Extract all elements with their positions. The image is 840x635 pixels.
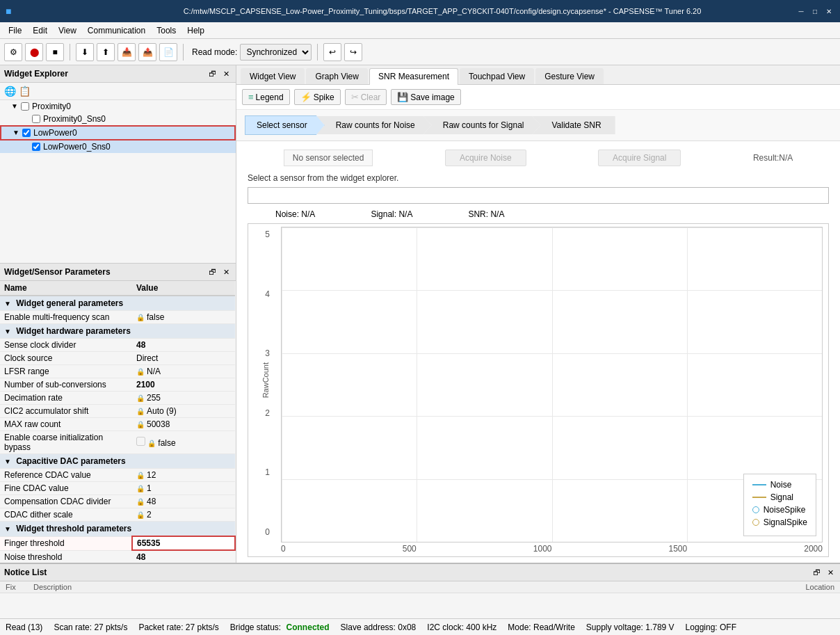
- param-value[interactable]: 2100: [132, 378, 235, 392]
- tree-icon-1[interactable]: 🌐: [4, 86, 16, 97]
- param-row-finger-threshold[interactable]: Finger threshold 65535: [0, 536, 235, 550]
- legend-signalspike: SignalSpike: [752, 517, 807, 527]
- undo-button[interactable]: ↩: [323, 43, 341, 61]
- result-label: Result:N/A: [753, 153, 793, 163]
- tree-item-lowpower0[interactable]: ▼ LowPower0: [0, 125, 236, 140]
- notice-restore-button[interactable]: 🗗: [811, 567, 822, 578]
- redo-button[interactable]: ↪: [344, 43, 362, 61]
- param-row: Decimation rate 🔒255: [0, 392, 235, 405]
- toolbar-separator-3: [317, 44, 318, 61]
- spike-icon: ⚡: [300, 92, 312, 102]
- param-value: 🔒1: [132, 482, 235, 495]
- param-name: Number of sub-conversions: [0, 378, 132, 392]
- read-mode-label: Read mode:: [192, 47, 237, 57]
- statusbar: Read (13) Scan rate: 27 pkts/s Packet ra…: [0, 618, 840, 635]
- menu-help[interactable]: Help: [181, 24, 210, 37]
- label-lowpower0: LowPower0: [33, 128, 77, 138]
- legend-noisespike-dot: [752, 506, 759, 513]
- toolbar-separator-1: [70, 44, 70, 61]
- legend-icon: ≡: [248, 92, 254, 102]
- tree-item-lowpower0-sns0[interactable]: ▶ LowPower0_Sns0: [0, 140, 236, 153]
- tab-graph-view[interactable]: Graph View: [306, 68, 367, 84]
- param-value: 🔒50038: [132, 418, 235, 431]
- menu-edit[interactable]: Edit: [27, 24, 53, 37]
- param-row: Fine CDAC value 🔒1: [0, 482, 235, 495]
- param-value[interactable]: 48: [132, 550, 235, 563]
- param-name: Reference CDAC value: [0, 469, 132, 482]
- params-table: Name Value ▼ Widget general parameters E…: [0, 281, 236, 563]
- param-name: Clock source: [0, 352, 132, 365]
- param-name: CIC2 accumulator shift: [0, 405, 132, 418]
- signal-stat: Signal: N/A: [371, 209, 412, 219]
- param-row: Noise threshold 48: [0, 550, 235, 563]
- acquire-noise-button[interactable]: Acquire Noise: [445, 150, 526, 166]
- finger-threshold-value[interactable]: 65535: [132, 536, 235, 550]
- x-label-1500: 1500: [669, 544, 688, 554]
- tab-touchpad-view[interactable]: Touchpad View: [460, 68, 534, 84]
- expand-proximity0[interactable]: ▼: [11, 102, 19, 111]
- checkbox-proximity0-sns0[interactable]: [32, 115, 40, 123]
- step-raw-noise[interactable]: Raw counts for Noise: [316, 116, 432, 134]
- checkbox-proximity0[interactable]: [21, 102, 29, 111]
- stop-square-button[interactable]: ■: [46, 43, 64, 61]
- step-select-sensor[interactable]: Select sensor: [245, 115, 325, 135]
- doc-button[interactable]: 📄: [159, 43, 177, 61]
- clear-button[interactable]: ✂ Clear: [345, 89, 387, 105]
- titlebar: ■ C:/mtw/MSCLP_CAPSENSE_Low-Power_Proxim…: [0, 0, 840, 22]
- settings-button[interactable]: ⚙: [4, 43, 22, 61]
- chart-container: 5 4 3 2 1 0 RawCount: [248, 223, 829, 557]
- section-general: ▼ Widget general parameters: [0, 296, 235, 311]
- notice-title: Notice List: [4, 568, 47, 577]
- stop-button[interactable]: ⬤: [25, 43, 43, 61]
- sensor-select[interactable]: [248, 187, 829, 204]
- bridge-status-value: Connected: [286, 622, 330, 632]
- close-panel-button[interactable]: ✕: [220, 68, 232, 79]
- spike-button[interactable]: ⚡ Spike: [294, 89, 341, 105]
- step-validate-snr[interactable]: Validate SNR: [532, 116, 615, 134]
- download-button[interactable]: ⬇: [76, 43, 94, 61]
- menu-view[interactable]: View: [53, 24, 82, 37]
- params-restore-button[interactable]: 🗗: [207, 266, 218, 278]
- x-axis: 0 500 1000 1500 2000: [273, 542, 828, 556]
- param-value[interactable]: 48: [132, 339, 235, 352]
- tab-widget-view[interactable]: Widget View: [241, 68, 305, 84]
- tree-item-proximity0[interactable]: ▼ Proximity0: [0, 100, 236, 113]
- import-button[interactable]: 📥: [118, 43, 136, 61]
- param-row: CIC2 accumulator shift 🔒Auto (9): [0, 405, 235, 418]
- legend-signal-line: [752, 497, 766, 498]
- grid-vline-1: [417, 227, 417, 542]
- close-button[interactable]: ✕: [823, 6, 834, 17]
- notice-close-button[interactable]: ✕: [825, 567, 836, 578]
- read-mode-select[interactable]: Synchronized: [240, 44, 312, 61]
- upload-button[interactable]: ⬆: [97, 43, 115, 61]
- tree-icon-2[interactable]: 📋: [19, 86, 31, 97]
- grid-vline-3: [687, 227, 688, 542]
- expand-lowpower0[interactable]: ▼: [13, 129, 21, 137]
- checkbox-lowpower0[interactable]: [22, 129, 31, 137]
- tab-snr-measurement[interactable]: SNR Measurement: [369, 68, 458, 85]
- step-raw-signal[interactable]: Raw counts for Signal: [423, 116, 541, 134]
- params-title: Widget/Sensor Parameters: [4, 267, 111, 277]
- maximize-button[interactable]: □: [809, 6, 821, 17]
- x-label-1000: 1000: [533, 544, 552, 554]
- menu-tools[interactable]: Tools: [151, 24, 181, 37]
- save-image-button[interactable]: 💾 Save image: [391, 89, 460, 105]
- params-close-button[interactable]: ✕: [220, 266, 232, 278]
- acquire-signal-button[interactable]: Acquire Signal: [598, 150, 681, 166]
- menu-file[interactable]: File: [3, 24, 27, 37]
- menubar: File Edit View Communication Tools Help: [0, 22, 840, 39]
- param-name: Noise threshold: [0, 550, 132, 563]
- param-row: Compensation CDAC divider 🔒48: [0, 495, 235, 508]
- minimize-button[interactable]: ─: [795, 6, 807, 17]
- label-lowpower0-sns0: LowPower0_Sns0: [43, 142, 111, 152]
- read-count: Read (13): [6, 622, 42, 632]
- menu-communication[interactable]: Communication: [82, 24, 151, 37]
- tab-gesture-view[interactable]: Gesture View: [535, 68, 604, 84]
- checkbox-lowpower0-sns0[interactable]: [32, 143, 40, 151]
- legend-button[interactable]: ≡ Legend: [242, 89, 290, 105]
- tree-item-proximity0-sns0[interactable]: ▶ Proximity0_Sns0: [0, 113, 236, 125]
- param-name: Decimation rate: [0, 392, 132, 405]
- restore-button[interactable]: 🗗: [207, 68, 218, 79]
- export-button[interactable]: 📤: [138, 43, 156, 61]
- i2c-clock: I2C clock: 400 kHz: [427, 622, 496, 632]
